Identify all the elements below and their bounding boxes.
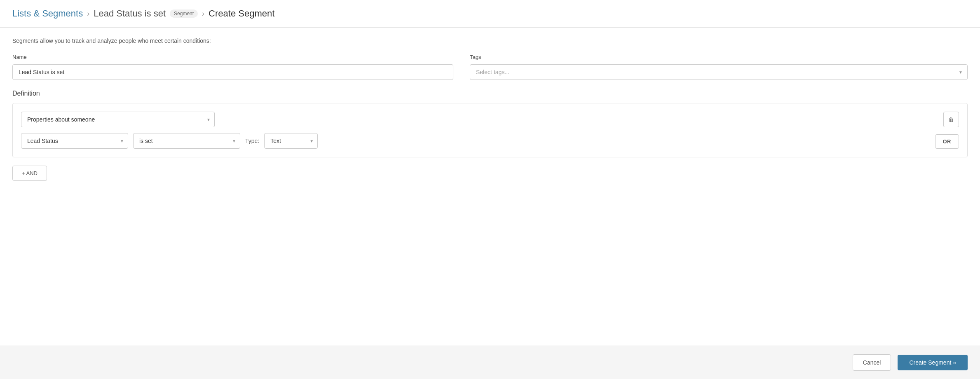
or-button[interactable]: OR (935, 134, 959, 149)
condition-row-filter: Properties about someone Activity Tags ▼ (21, 112, 959, 127)
page-description: Segments allow you to track and analyze … (12, 37, 968, 44)
breadcrumb-lists-link[interactable]: Lists & Segments (12, 8, 83, 19)
delete-condition-button[interactable]: 🗑 (943, 112, 959, 127)
operator-select[interactable]: is set is not set equals not equals (133, 133, 240, 149)
filter-type-select[interactable]: Properties about someone Activity Tags (21, 112, 215, 127)
breadcrumb-middle: Lead Status is set (94, 8, 166, 19)
breadcrumb-separator-1: › (87, 9, 89, 18)
breadcrumb: Lists & Segments › Lead Status is set Se… (0, 0, 980, 28)
form-row-name-tags: Name Tags Select tags... ▼ (12, 54, 968, 80)
breadcrumb-separator-2: › (202, 9, 204, 18)
definition-box: 🗑 Properties about someone Activity Tags… (12, 103, 968, 157)
name-input[interactable] (12, 64, 453, 80)
page-container: Lists & Segments › Lead Status is set Se… (0, 0, 980, 379)
condition-row-operators: Lead Status First Name Last Name Email ▼… (21, 133, 959, 149)
definition-label: Definition (12, 90, 968, 97)
footer: Cancel Create Segment » (0, 346, 980, 379)
field-group-name: Name (12, 54, 453, 80)
filter-type-wrapper: Properties about someone Activity Tags ▼ (21, 112, 215, 127)
main-content: Segments allow you to track and analyze … (0, 28, 980, 346)
tags-select-wrapper: Select tags... ▼ (470, 64, 968, 80)
operator-select-wrapper: is set is not set equals not equals ▼ (133, 133, 240, 149)
type-select[interactable]: Text Number Date Boolean (264, 133, 318, 149)
breadcrumb-badge: Segment (170, 9, 198, 18)
type-select-wrapper: Text Number Date Boolean ▼ (264, 133, 318, 149)
breadcrumb-current: Create Segment (209, 8, 274, 19)
cancel-button[interactable]: Cancel (853, 354, 891, 371)
create-segment-button[interactable]: Create Segment » (898, 355, 968, 370)
name-label: Name (12, 54, 453, 60)
type-label: Type: (245, 138, 259, 144)
trash-icon: 🗑 (948, 116, 954, 123)
definition-section: Definition 🗑 Properties about someone Ac… (12, 90, 968, 181)
tags-label: Tags (470, 54, 968, 60)
field-select[interactable]: Lead Status First Name Last Name Email (21, 133, 128, 149)
field-group-tags: Tags Select tags... ▼ (470, 54, 968, 80)
and-button[interactable]: + AND (12, 166, 47, 181)
field-select-wrapper: Lead Status First Name Last Name Email ▼ (21, 133, 128, 149)
tags-select[interactable]: Select tags... (470, 64, 968, 80)
